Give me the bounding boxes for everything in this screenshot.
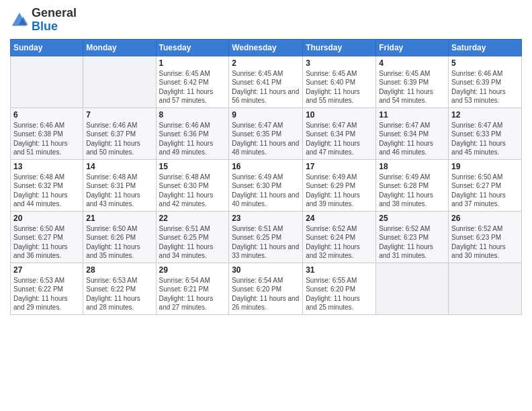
day-number: 10 bbox=[306, 110, 373, 120]
day-number: 21 bbox=[86, 214, 152, 223]
calendar-header-monday: Monday bbox=[83, 39, 156, 56]
calendar-cell bbox=[11, 56, 83, 107]
day-info: Sunrise: 6:46 AMSunset: 6:38 PMDaylight:… bbox=[13, 121, 80, 157]
calendar-cell: 18Sunrise: 6:49 AMSunset: 6:28 PMDayligh… bbox=[376, 159, 449, 211]
calendar-table: SundayMondayTuesdayWednesdayThursdayFrid… bbox=[10, 39, 522, 315]
day-info: Sunrise: 6:49 AMSunset: 6:28 PMDaylight:… bbox=[379, 173, 445, 209]
calendar-header-row: SundayMondayTuesdayWednesdayThursdayFrid… bbox=[11, 39, 522, 56]
calendar-cell: 14Sunrise: 6:48 AMSunset: 6:31 PMDayligh… bbox=[83, 159, 156, 211]
day-number: 19 bbox=[451, 162, 519, 171]
calendar-cell: 21Sunrise: 6:50 AMSunset: 6:26 PMDayligh… bbox=[83, 211, 156, 263]
day-number: 16 bbox=[232, 162, 300, 171]
calendar-cell: 22Sunrise: 6:51 AMSunset: 6:25 PMDayligh… bbox=[156, 211, 229, 263]
day-info: Sunrise: 6:45 AMSunset: 6:42 PMDaylight:… bbox=[159, 69, 226, 105]
calendar-cell: 30Sunrise: 6:54 AMSunset: 6:20 PMDayligh… bbox=[229, 263, 303, 314]
calendar-cell bbox=[449, 263, 522, 314]
calendar-cell: 19Sunrise: 6:50 AMSunset: 6:27 PMDayligh… bbox=[449, 159, 522, 211]
day-number: 24 bbox=[306, 214, 373, 223]
day-number: 7 bbox=[86, 110, 152, 120]
calendar-cell: 10Sunrise: 6:47 AMSunset: 6:34 PMDayligh… bbox=[303, 107, 376, 159]
day-number: 29 bbox=[159, 265, 226, 275]
day-info: Sunrise: 6:49 AMSunset: 6:29 PMDaylight:… bbox=[306, 173, 373, 209]
day-number: 3 bbox=[306, 58, 373, 68]
calendar-week-5: 27Sunrise: 6:53 AMSunset: 6:22 PMDayligh… bbox=[11, 263, 522, 314]
day-info: Sunrise: 6:54 AMSunset: 6:21 PMDaylight:… bbox=[159, 276, 226, 312]
day-number: 12 bbox=[451, 110, 519, 120]
day-number: 5 bbox=[451, 58, 519, 68]
calendar-cell: 7Sunrise: 6:46 AMSunset: 6:37 PMDaylight… bbox=[83, 107, 156, 159]
calendar-cell bbox=[376, 263, 449, 314]
day-number: 31 bbox=[306, 265, 373, 275]
logo-text: GeneralBlue bbox=[32, 7, 77, 34]
day-number: 6 bbox=[13, 110, 80, 120]
day-number: 22 bbox=[159, 214, 226, 223]
calendar-week-1: 1Sunrise: 6:45 AMSunset: 6:42 PMDaylight… bbox=[11, 56, 522, 107]
day-info: Sunrise: 6:52 AMSunset: 6:23 PMDaylight:… bbox=[379, 224, 445, 261]
day-number: 27 bbox=[13, 265, 80, 275]
calendar-cell: 28Sunrise: 6:53 AMSunset: 6:22 PMDayligh… bbox=[83, 263, 156, 314]
day-number: 30 bbox=[232, 265, 300, 275]
day-info: Sunrise: 6:50 AMSunset: 6:27 PMDaylight:… bbox=[13, 224, 80, 261]
day-number: 18 bbox=[379, 162, 445, 171]
calendar-cell: 3Sunrise: 6:45 AMSunset: 6:40 PMDaylight… bbox=[303, 56, 376, 107]
day-info: Sunrise: 6:47 AMSunset: 6:35 PMDaylight:… bbox=[232, 121, 300, 157]
calendar-week-4: 20Sunrise: 6:50 AMSunset: 6:27 PMDayligh… bbox=[11, 211, 522, 263]
day-number: 23 bbox=[232, 214, 300, 223]
day-info: Sunrise: 6:54 AMSunset: 6:20 PMDaylight:… bbox=[232, 276, 300, 312]
day-info: Sunrise: 6:53 AMSunset: 6:22 PMDaylight:… bbox=[86, 276, 152, 312]
day-info: Sunrise: 6:45 AMSunset: 6:40 PMDaylight:… bbox=[306, 69, 373, 105]
calendar-cell: 15Sunrise: 6:48 AMSunset: 6:30 PMDayligh… bbox=[156, 159, 229, 211]
day-number: 25 bbox=[379, 214, 445, 223]
day-info: Sunrise: 6:51 AMSunset: 6:25 PMDaylight:… bbox=[232, 224, 300, 261]
day-info: Sunrise: 6:53 AMSunset: 6:22 PMDaylight:… bbox=[13, 276, 80, 312]
day-info: Sunrise: 6:46 AMSunset: 6:36 PMDaylight:… bbox=[159, 121, 226, 157]
day-number: 28 bbox=[86, 265, 152, 275]
calendar-cell: 26Sunrise: 6:52 AMSunset: 6:23 PMDayligh… bbox=[449, 211, 522, 263]
day-number: 26 bbox=[451, 214, 519, 223]
calendar-week-3: 13Sunrise: 6:48 AMSunset: 6:32 PMDayligh… bbox=[11, 159, 522, 211]
logo: GeneralBlue bbox=[10, 7, 77, 34]
day-info: Sunrise: 6:48 AMSunset: 6:32 PMDaylight:… bbox=[13, 173, 80, 209]
calendar-header-tuesday: Tuesday bbox=[156, 39, 229, 56]
calendar-cell: 29Sunrise: 6:54 AMSunset: 6:21 PMDayligh… bbox=[156, 263, 229, 314]
calendar-cell: 24Sunrise: 6:52 AMSunset: 6:24 PMDayligh… bbox=[303, 211, 376, 263]
logo-icon bbox=[10, 11, 29, 30]
day-number: 8 bbox=[159, 110, 226, 120]
day-info: Sunrise: 6:49 AMSunset: 6:30 PMDaylight:… bbox=[232, 173, 300, 209]
day-info: Sunrise: 6:46 AMSunset: 6:37 PMDaylight:… bbox=[86, 121, 152, 157]
day-info: Sunrise: 6:50 AMSunset: 6:26 PMDaylight:… bbox=[86, 224, 152, 261]
calendar-cell: 2Sunrise: 6:45 AMSunset: 6:41 PMDaylight… bbox=[229, 56, 303, 107]
calendar-cell: 13Sunrise: 6:48 AMSunset: 6:32 PMDayligh… bbox=[11, 159, 83, 211]
calendar-cell: 23Sunrise: 6:51 AMSunset: 6:25 PMDayligh… bbox=[229, 211, 303, 263]
calendar-header-friday: Friday bbox=[376, 39, 449, 56]
calendar-header-saturday: Saturday bbox=[449, 39, 522, 56]
calendar-header-sunday: Sunday bbox=[11, 39, 83, 56]
calendar-cell: 11Sunrise: 6:47 AMSunset: 6:34 PMDayligh… bbox=[376, 107, 449, 159]
day-number: 14 bbox=[86, 162, 152, 171]
day-info: Sunrise: 6:51 AMSunset: 6:25 PMDaylight:… bbox=[159, 224, 226, 261]
day-info: Sunrise: 6:50 AMSunset: 6:27 PMDaylight:… bbox=[451, 173, 519, 209]
calendar-cell: 4Sunrise: 6:45 AMSunset: 6:39 PMDaylight… bbox=[376, 56, 449, 107]
calendar-cell: 6Sunrise: 6:46 AMSunset: 6:38 PMDaylight… bbox=[11, 107, 83, 159]
day-info: Sunrise: 6:52 AMSunset: 6:23 PMDaylight:… bbox=[451, 224, 519, 261]
day-number: 9 bbox=[232, 110, 300, 120]
day-info: Sunrise: 6:46 AMSunset: 6:39 PMDaylight:… bbox=[451, 69, 519, 105]
day-number: 4 bbox=[379, 58, 445, 68]
calendar-cell: 27Sunrise: 6:53 AMSunset: 6:22 PMDayligh… bbox=[11, 263, 83, 314]
day-number: 17 bbox=[306, 162, 373, 171]
calendar-cell: 8Sunrise: 6:46 AMSunset: 6:36 PMDaylight… bbox=[156, 107, 229, 159]
calendar-week-2: 6Sunrise: 6:46 AMSunset: 6:38 PMDaylight… bbox=[11, 107, 522, 159]
day-info: Sunrise: 6:47 AMSunset: 6:34 PMDaylight:… bbox=[306, 121, 373, 157]
day-info: Sunrise: 6:55 AMSunset: 6:20 PMDaylight:… bbox=[306, 276, 373, 312]
calendar-cell: 1Sunrise: 6:45 AMSunset: 6:42 PMDaylight… bbox=[156, 56, 229, 107]
day-number: 15 bbox=[159, 162, 226, 171]
day-number: 2 bbox=[232, 58, 300, 68]
day-info: Sunrise: 6:48 AMSunset: 6:31 PMDaylight:… bbox=[86, 173, 152, 209]
calendar-header-thursday: Thursday bbox=[303, 39, 376, 56]
day-info: Sunrise: 6:52 AMSunset: 6:24 PMDaylight:… bbox=[306, 224, 373, 261]
calendar-header-wednesday: Wednesday bbox=[229, 39, 303, 56]
day-info: Sunrise: 6:45 AMSunset: 6:41 PMDaylight:… bbox=[232, 69, 300, 105]
page: GeneralBlue SundayMondayTuesdayWednesday… bbox=[0, 0, 532, 411]
calendar-cell bbox=[83, 56, 156, 107]
calendar-cell: 31Sunrise: 6:55 AMSunset: 6:20 PMDayligh… bbox=[303, 263, 376, 314]
